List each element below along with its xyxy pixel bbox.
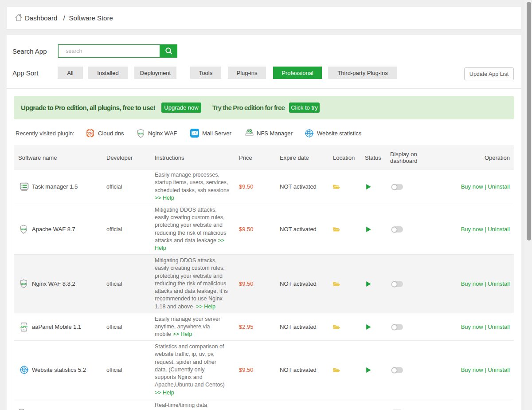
svg-text:WAF: WAF: [21, 228, 27, 231]
svg-text:APP: APP: [20, 325, 27, 329]
svg-text:DDNS: DDNS: [86, 132, 94, 135]
svg-text:WAF: WAF: [138, 132, 144, 135]
svg-text:WAF: WAF: [21, 283, 27, 285]
